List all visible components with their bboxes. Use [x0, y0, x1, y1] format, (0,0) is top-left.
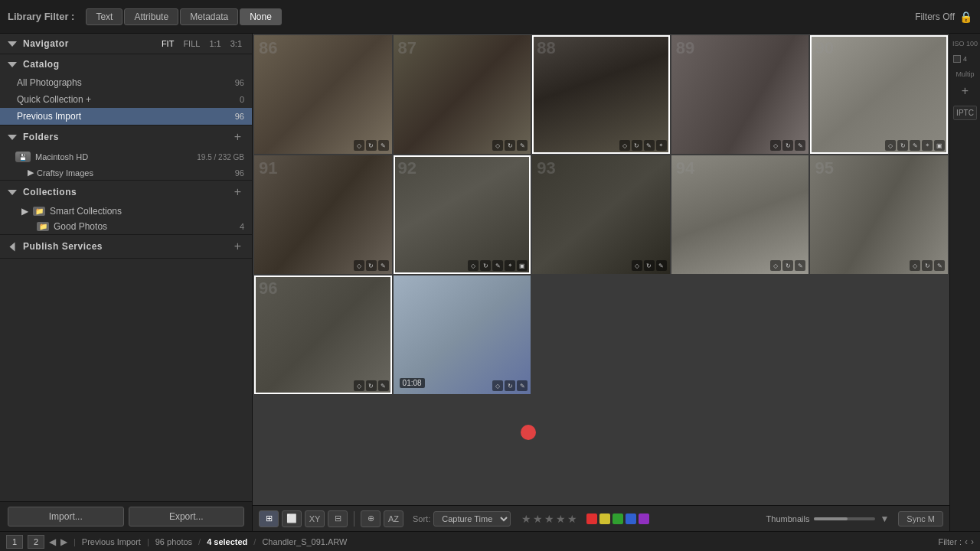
quick-collection-item[interactable]: Quick Collection + 0	[0, 91, 252, 108]
good-photos-item[interactable]: 📁 Good Photos 4	[0, 219, 252, 234]
catalog-header[interactable]: Catalog	[0, 54, 252, 74]
thumb-arrow-down[interactable]: ▼	[880, 514, 889, 524]
publish-services-header[interactable]: Publish Services +	[0, 235, 252, 258]
photo-cell-90[interactable]: 90 ◇ ↻ ✎ ⌖ ▣	[810, 35, 948, 154]
flag-icon: ◇	[619, 140, 630, 151]
nav-fit-btn[interactable]: FIT	[159, 38, 177, 49]
extra-icon: ▣	[934, 140, 945, 151]
import-btn[interactable]: Import...	[8, 507, 124, 527]
loupe-view-btn[interactable]: ⬜	[282, 510, 302, 527]
survey-view-btn[interactable]: ⊟	[328, 510, 348, 527]
all-photographs-item[interactable]: All Photographs 96	[0, 74, 252, 91]
flag-icon: ◇	[770, 260, 781, 271]
photo-grid[interactable]: 86 ◇ ↻ ✎ 87 ◇ ↻ ✎ 88 ◇ ↻	[253, 34, 949, 505]
photo-cell-88[interactable]: 88 ◇ ↻ ✎ ⌖	[532, 35, 670, 154]
grid-view-btn[interactable]: ⊞	[259, 510, 279, 527]
right-panel-plus[interactable]: +	[952, 84, 978, 98]
rotate-icon: ↻	[644, 260, 655, 271]
navigator-title: Navigator	[23, 38, 159, 49]
page-num-2[interactable]	[28, 535, 44, 549]
edit-icon: ✎	[378, 140, 389, 151]
macintosh-hd-item[interactable]: 💾 Macintosh HD 19.5 / 232 GB	[0, 148, 252, 165]
iptc-label[interactable]: IPTC	[953, 106, 977, 120]
color-red[interactable]	[586, 514, 597, 524]
page-num-1[interactable]	[6, 535, 23, 549]
rotate-icon: ↻	[366, 140, 377, 151]
photo-cell-92[interactable]: 92 ◇ ↻ ✎ ⌖ ▣	[394, 155, 531, 274]
filters-off-area: Filters Off 🔒	[915, 11, 972, 23]
photo-cell-86[interactable]: 86 ◇ ↻ ✎	[254, 35, 392, 154]
star-5[interactable]: ★	[567, 513, 577, 525]
craftsy-images-item[interactable]: ▶ Craftsy Images 96	[0, 165, 252, 180]
thumbnail-slider[interactable]	[814, 517, 875, 520]
star-rating: ★ ★ ★ ★ ★	[521, 513, 577, 525]
photo-cell-empty-2	[671, 276, 809, 394]
nav-fill-btn[interactable]: FILL	[181, 38, 202, 49]
edit-icon: ✎	[492, 260, 503, 271]
rotate-icon: ↻	[366, 380, 377, 391]
folder-arrow-icon: ▶	[28, 168, 34, 178]
photo-cell-93[interactable]: 93 ◇ ↻ ✎	[532, 155, 670, 274]
color-yellow[interactable]	[599, 514, 610, 524]
small-checkbox[interactable]	[953, 55, 961, 63]
star-4[interactable]: ★	[556, 513, 566, 525]
nav-1-1-btn[interactable]: 1:1	[207, 38, 223, 49]
collections-add-btn[interactable]: +	[231, 185, 244, 199]
star-2[interactable]: ★	[533, 513, 543, 525]
sort-select[interactable]: Capture Time	[433, 511, 511, 527]
navigator-header[interactable]: Navigator FIT FILL 1:1 3:1	[0, 34, 252, 54]
quick-collection-label: Quick Collection +	[17, 94, 91, 105]
sync-btn[interactable]: Sync M	[898, 511, 943, 527]
compare-view-btn[interactable]: XY	[305, 510, 325, 527]
photo-cell-96[interactable]: 96 ◇ ↻ ✎	[254, 276, 392, 394]
photo-number-96: 96	[259, 279, 277, 298]
flag-icon: ◇	[632, 260, 642, 271]
status-sep-4: /	[253, 537, 256, 546]
photo-icons-94: ◇ ↻ ✎	[770, 260, 805, 271]
color-green[interactable]	[612, 514, 623, 524]
bottom-toolbar: ⊞ ⬜ XY ⊟ ⊕ AZ Sort: Capture Time ★ ★ ★ ★…	[253, 505, 949, 531]
photo-icons-91: ◇ ↻ ✎	[354, 260, 389, 271]
nav-3-1-btn[interactable]: 3:1	[228, 38, 244, 49]
publish-services-add-btn[interactable]: +	[231, 240, 244, 253]
filter-next-arrow[interactable]: ›	[971, 536, 974, 547]
filter-metadata-btn[interactable]: Metadata	[180, 8, 238, 25]
collections-header[interactable]: Collections +	[0, 181, 252, 204]
nav-next-arrow[interactable]: ▶	[60, 536, 67, 547]
thumbnails-label: Thumbnails	[766, 514, 810, 523]
folders-add-btn[interactable]: +	[231, 130, 244, 144]
photo-cell-89[interactable]: 89 ◇ ↻ ✎	[671, 35, 809, 154]
photo-cell-94[interactable]: 94 ◇ ↻ ✎	[671, 155, 809, 274]
filter-prev-arrow[interactable]: ‹	[965, 536, 968, 547]
folders-header[interactable]: Folders +	[0, 126, 252, 148]
nav-prev-arrow[interactable]: ◀	[49, 536, 56, 547]
filter-label: Filter :	[938, 537, 962, 546]
status-sep-3: /	[198, 537, 201, 546]
photo-icons-video: ◇ ↻ ✎	[492, 380, 528, 391]
star-1[interactable]: ★	[521, 513, 531, 525]
thumbnails-area: Thumbnails ▼ Sync M	[766, 511, 943, 527]
filter-none-btn[interactable]: None	[240, 8, 282, 25]
checkbox-row-1: 4	[952, 54, 978, 64]
stack-btn[interactable]: ⊕	[361, 510, 381, 527]
photo-cell-91[interactable]: 91 ◇ ↻ ✎	[254, 155, 392, 274]
photo-cell-video[interactable]: 01:08 ◇ ↻ ✎	[394, 276, 531, 394]
photo-cell-empty-1	[532, 276, 670, 394]
filter-text-btn[interactable]: Text	[86, 8, 122, 25]
photo-cell-95[interactable]: 95 ◇ ↻ ✎	[810, 155, 948, 274]
smart-collections-item[interactable]: ▶ 📁 Smart Collections	[0, 204, 252, 219]
filter-attribute-btn[interactable]: Attribute	[124, 8, 178, 25]
color-blue[interactable]	[626, 514, 636, 524]
photo-cell-87[interactable]: 87 ◇ ↻ ✎	[394, 35, 531, 154]
sort-az-btn[interactable]: AZ	[384, 510, 403, 527]
previous-import-item[interactable]: Previous Import 96	[0, 108, 252, 125]
photo-icons-92: ◇ ↻ ✎ ⌖ ▣	[468, 260, 528, 271]
lock-icon[interactable]: 🔒	[959, 11, 972, 23]
star-3[interactable]: ★	[544, 513, 554, 525]
status-sep-2: |	[147, 537, 149, 546]
folders-triangle	[8, 135, 17, 140]
export-btn[interactable]: Export...	[129, 507, 245, 527]
all-photographs-label: All Photographs	[17, 77, 82, 88]
flag-icon: ◇	[885, 140, 896, 151]
color-purple[interactable]	[639, 514, 649, 524]
